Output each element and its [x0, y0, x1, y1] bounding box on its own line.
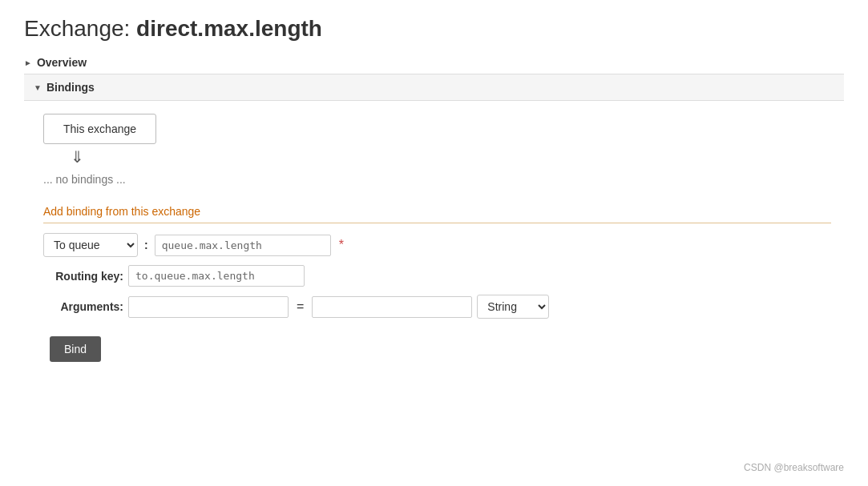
bindings-label: Bindings: [46, 81, 95, 94]
colon-separator: :: [144, 239, 148, 251]
overview-label: Overview: [37, 56, 87, 69]
required-star: *: [339, 238, 344, 252]
this-exchange-box: This exchange: [43, 114, 156, 144]
to-queue-row: To queue To exchange : *: [43, 233, 831, 257]
bind-button[interactable]: Bind: [50, 336, 101, 362]
arguments-label: Arguments:: [43, 300, 123, 313]
argument-type-select[interactable]: String Number Boolean: [477, 295, 549, 319]
overview-arrow-icon: ►: [24, 58, 32, 67]
no-bindings-text: ... no bindings ...: [43, 173, 831, 186]
routing-key-input[interactable]: [128, 265, 305, 287]
arguments-row: Arguments: = String Number Boolean: [43, 295, 831, 319]
overview-section: ► Overview: [24, 51, 844, 74]
routing-key-label: Routing key:: [43, 270, 123, 283]
bindings-section: ▼ Bindings This exchange ⇓ ... no bindin…: [24, 74, 844, 378]
bindings-content: This exchange ⇓ ... no bindings ... Add …: [24, 101, 844, 378]
add-binding-section: Add binding from this exchange To queue …: [37, 205, 831, 362]
routing-key-row: Routing key:: [43, 265, 831, 287]
add-binding-title: Add binding from this exchange: [43, 205, 831, 223]
footer-text: CSDN @breaksoftware: [744, 462, 844, 473]
to-queue-select[interactable]: To queue To exchange: [43, 233, 138, 257]
page-title: Exchange: direct.max.length: [24, 16, 844, 42]
argument-key-input[interactable]: [128, 296, 289, 318]
equals-separator: =: [297, 299, 304, 314]
bindings-arrow-icon: ▼: [34, 83, 42, 92]
overview-toggle[interactable]: ► Overview: [24, 51, 844, 74]
argument-value-input[interactable]: [312, 296, 472, 318]
queue-name-input[interactable]: [155, 235, 331, 256]
down-arrow-icon: ⇓: [71, 147, 831, 167]
bindings-header[interactable]: ▼ Bindings: [24, 74, 844, 101]
